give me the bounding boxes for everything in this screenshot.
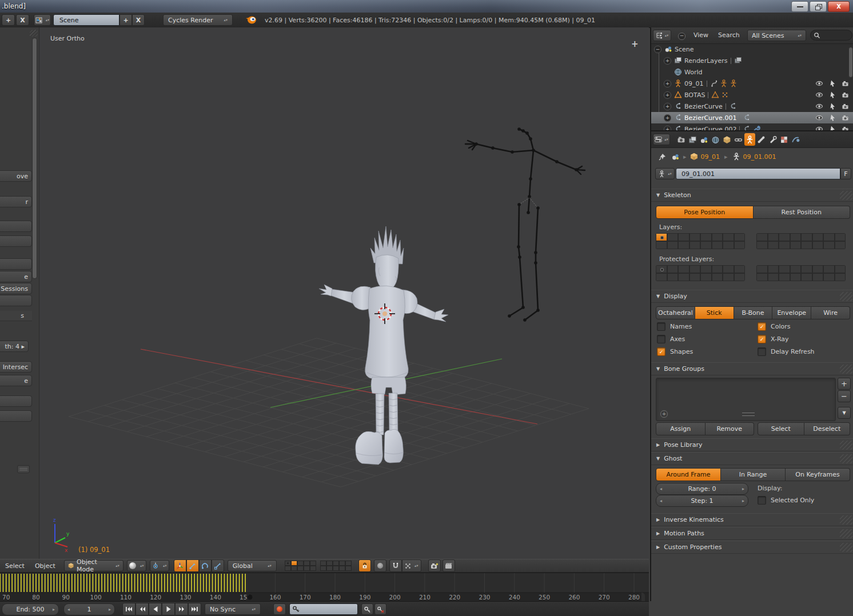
shapes-checkbox[interactable]: ✓ xyxy=(657,347,665,356)
delete-keyframe-button[interactable] xyxy=(374,603,386,615)
layer-cell[interactable] xyxy=(790,241,802,249)
selected-only-checkbox[interactable] xyxy=(758,496,766,505)
tab-constraints[interactable] xyxy=(733,133,744,146)
scene-layer-cell[interactable] xyxy=(345,561,352,566)
restrict-camera-icon[interactable] xyxy=(842,79,850,87)
minimize-button[interactable] xyxy=(791,1,808,12)
x-ray-checkbox[interactable]: ✓ xyxy=(758,335,766,343)
shelf-resize-grip[interactable] xyxy=(17,465,30,473)
layer-cell[interactable] xyxy=(712,233,723,241)
toolshelf-button-e[interactable]: e xyxy=(0,375,32,386)
panel-drag-hatch[interactable] xyxy=(840,515,852,525)
layer-cell[interactable] xyxy=(678,233,689,241)
layer-cell[interactable] xyxy=(812,273,824,281)
layer-cell[interactable] xyxy=(656,241,667,249)
pose-library-panel-header[interactable]: ▶ Pose Library xyxy=(651,438,853,451)
outliner-item-09_01[interactable]: +09_01 xyxy=(651,78,853,89)
layer-cell[interactable] xyxy=(779,233,790,241)
toolshelf-button-th4[interactable]: th: 4 ▸ xyxy=(0,341,29,352)
play-button[interactable] xyxy=(162,603,175,615)
layer-cell[interactable] xyxy=(667,265,679,273)
restrict-camera-icon[interactable] xyxy=(842,102,850,110)
insert-keyframe-button[interactable] xyxy=(361,603,373,615)
delay-refresh-checkbox[interactable] xyxy=(758,347,766,356)
ghost-panel-header[interactable]: ▼ Ghost xyxy=(651,452,853,465)
previous-keyframe-button[interactable] xyxy=(135,603,149,615)
scene-layer-cell[interactable] xyxy=(291,566,297,571)
ghost-range-stepper[interactable]: ◂ Range: 0 ▸ xyxy=(656,483,748,495)
scene-layer-cell[interactable] xyxy=(326,561,333,566)
scene-layer-cell[interactable] xyxy=(333,566,339,571)
display-mode-octahedral[interactable]: Octahedral xyxy=(656,306,695,319)
character-mesh[interactable] xyxy=(319,226,448,465)
motion-paths-panel-header[interactable]: ▶ Motion Paths xyxy=(651,527,853,540)
display-mode-b-bone[interactable]: B-Bone xyxy=(734,306,773,319)
layer-cell[interactable] xyxy=(678,241,689,249)
layer-cell[interactable] xyxy=(768,233,779,241)
scene-layer-cell[interactable] xyxy=(285,566,291,571)
list-add-icon[interactable]: + xyxy=(660,410,668,418)
layer-cell[interactable] xyxy=(667,241,679,249)
scene-icon[interactable] xyxy=(664,45,672,53)
restrict-cursor-arrow-icon[interactable] xyxy=(828,114,836,122)
layer-cell[interactable] xyxy=(712,265,723,273)
layer-cell[interactable] xyxy=(678,265,689,273)
outliner-item-label[interactable]: BezierCurve xyxy=(684,103,723,110)
render-opengl-button[interactable] xyxy=(428,559,441,572)
tab-render-layers[interactable] xyxy=(687,133,698,146)
remove-button[interactable]: Remove xyxy=(705,422,755,435)
toolshelf-button-sessions[interactable]: Sessions xyxy=(0,283,32,294)
outliner-item-beziercurve[interactable]: +BezierCurve xyxy=(651,101,853,112)
layer-cell[interactable] xyxy=(723,265,734,273)
scene-layer-cell[interactable] xyxy=(297,561,304,566)
outliner-item-label[interactable]: BezierCurve.001 xyxy=(684,114,736,122)
layer-cell[interactable] xyxy=(823,265,835,273)
skeleton-panel-header[interactable]: ▼ Skeleton xyxy=(651,189,853,202)
toolshelf-button[interactable] xyxy=(0,410,32,422)
tool-shelf-scrollbar[interactable] xyxy=(32,38,37,279)
restore-button[interactable] xyxy=(810,1,827,12)
layer-cell[interactable] xyxy=(734,233,746,241)
panel-drag-hatch[interactable] xyxy=(840,292,852,301)
scene-layer-cell[interactable] xyxy=(333,561,339,566)
outliner-menu-search[interactable]: Search xyxy=(718,31,740,39)
layer-cell[interactable] xyxy=(835,241,846,249)
pivot-point-dropdown[interactable]: ▴▾ xyxy=(150,560,169,571)
toolshelf-button-ove[interactable]: ove xyxy=(0,170,32,182)
outliner-menu-view[interactable]: View xyxy=(693,31,708,39)
panel-drag-hatch[interactable] xyxy=(840,365,852,374)
pose-position-button[interactable]: Pose Position xyxy=(656,206,754,219)
snap-toggle-button[interactable] xyxy=(389,559,402,572)
tab-armature-data[interactable] xyxy=(744,133,755,146)
restrict-cursor-arrow-icon[interactable] xyxy=(828,102,836,110)
layer-cell[interactable] xyxy=(790,233,802,241)
toolshelf-button-r[interactable]: r xyxy=(0,196,32,207)
sync-dropdown[interactable]: No Sync▴▾ xyxy=(205,603,261,615)
layer-cell[interactable] xyxy=(700,233,712,241)
tab-physics[interactable] xyxy=(790,133,801,146)
outliner-item-label[interactable]: World xyxy=(684,69,703,76)
outliner-scrollbar[interactable] xyxy=(848,47,853,78)
layer-cell[interactable] xyxy=(823,233,835,241)
expander-plus-icon[interactable]: + xyxy=(664,57,671,65)
layer-cell[interactable] xyxy=(689,241,701,249)
restrict-camera-icon[interactable] xyxy=(842,114,850,122)
restrict-cursor-arrow-icon[interactable] xyxy=(828,125,836,130)
end-frame-field[interactable]: End: 500 ▸ xyxy=(2,603,59,615)
close-button[interactable]: X xyxy=(828,1,850,12)
rotate-manipulator-toggle[interactable] xyxy=(199,559,212,572)
datablock-name-input[interactable]: 09_01.001 xyxy=(676,168,840,179)
expander-plus-icon[interactable]: + xyxy=(664,126,671,131)
object-cube-icon[interactable] xyxy=(690,153,698,161)
jump-to-end-button[interactable] xyxy=(188,603,201,615)
scene-name-field[interactable]: Scene xyxy=(53,14,119,26)
outliner-item-renderlayers[interactable]: +RenderLayers xyxy=(651,55,853,66)
keying-set-field[interactable] xyxy=(289,603,358,615)
outliner-search-input[interactable] xyxy=(810,30,852,41)
panel-corner-grip[interactable] xyxy=(30,30,38,37)
restrict-eye-icon[interactable] xyxy=(815,125,823,130)
snap-element-dropdown[interactable]: ▴▾ xyxy=(402,559,421,572)
scene-layer-cell[interactable] xyxy=(326,566,333,571)
delete-layout-button[interactable]: X xyxy=(16,14,29,26)
layer-cell[interactable] xyxy=(779,265,790,273)
